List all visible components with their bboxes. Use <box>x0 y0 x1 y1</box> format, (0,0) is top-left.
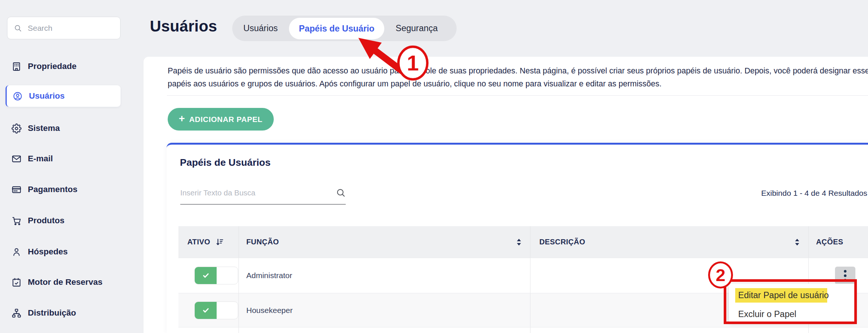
column-header-acoes: AÇÕES <box>809 226 868 258</box>
plus-icon: + <box>179 113 185 124</box>
person-icon <box>11 247 22 257</box>
sidebar-search-input[interactable] <box>28 24 114 33</box>
sidebar-item-propriedade[interactable]: Propriedade <box>6 56 121 77</box>
table-search[interactable] <box>180 182 346 205</box>
add-role-button[interactable]: + ADICIONAR PAPEL <box>168 108 274 131</box>
column-header-descricao[interactable]: DESCRIÇÃO <box>530 226 809 258</box>
description-line-2: papéis aos usuários e grupos de usuários… <box>168 78 868 90</box>
tab-group: Usuários Papéis de Usuário Segurança <box>232 16 457 41</box>
page-title: Usuários <box>150 17 217 35</box>
sidebar-item-email[interactable]: E-mail <box>6 148 121 169</box>
card-title: Papéis de Usuários <box>180 157 271 168</box>
sidebar-item-label: Pagamentos <box>28 185 78 194</box>
gear-icon <box>11 123 22 133</box>
column-header-ativo[interactable]: ATIVO <box>178 226 239 258</box>
add-role-button-label: ADICIONAR PAPEL <box>189 115 263 124</box>
building-icon <box>11 62 22 72</box>
description-line-1: Papéis de usuário são permissões que dão… <box>168 65 868 78</box>
sidebar-item-sistema[interactable]: Sistema <box>6 118 121 139</box>
menu-item-edit-role[interactable]: Editar Papel de usuário <box>735 288 827 303</box>
sidebar-item-produtos[interactable]: Produtos <box>6 210 121 231</box>
page-description: Papéis de usuário são permissões que dão… <box>168 65 868 90</box>
calendar-check-icon <box>11 277 22 287</box>
sidebar-item-pagamentos[interactable]: Pagamentos <box>6 179 121 200</box>
sidebar-item-label: Propriedade <box>28 62 76 71</box>
sidebar-item-label: Motor de Reservas <box>28 277 102 287</box>
row-actions-menu: Editar Papel de usuário Excluir o Papel <box>729 284 854 322</box>
sidebar-item-label: Sistema <box>28 123 60 133</box>
results-count: Exibindo 1 - 4 de 4 Resultados <box>761 189 867 198</box>
sidebar-item-label: Usuários <box>29 91 65 101</box>
sort-updown-icon[interactable] <box>516 238 522 246</box>
active-toggle[interactable] <box>194 301 238 319</box>
cart-icon <box>11 216 22 226</box>
sort-amount-icon[interactable] <box>216 238 224 247</box>
active-toggle[interactable] <box>194 267 238 284</box>
role-name[interactable]: Housekeeper <box>246 306 293 315</box>
envelope-icon <box>11 154 22 164</box>
table-row <box>178 327 868 333</box>
column-header-funcao[interactable]: FUNÇÃO <box>239 226 530 258</box>
sidebar-item-label: Distribuição <box>28 308 76 318</box>
role-name[interactable]: Administrator <box>246 271 292 280</box>
sidebar-search[interactable] <box>7 17 121 39</box>
check-icon <box>202 271 210 280</box>
credit-card-icon <box>11 185 22 195</box>
menu-item-delete-role[interactable]: Excluir o Papel <box>738 308 796 320</box>
sort-updown-icon[interactable] <box>794 238 800 246</box>
check-icon <box>202 306 210 314</box>
sitemap-icon <box>11 308 22 318</box>
sidebar-item-distribuicao[interactable]: Distribuição <box>6 302 121 324</box>
toggle-on-half <box>195 267 217 284</box>
search-icon[interactable] <box>336 188 346 198</box>
sidebar-item-label: Hóspedes <box>28 247 68 257</box>
sidebar-item-motor-de-reservas[interactable]: Motor de Reservas <box>6 271 121 293</box>
table-search-input[interactable] <box>180 188 336 197</box>
divider <box>167 95 868 96</box>
user-circle-icon <box>13 91 23 101</box>
tab-usuarios[interactable]: Usuários <box>243 23 279 33</box>
sidebar-item-label: Produtos <box>28 216 65 225</box>
search-icon <box>14 24 22 33</box>
tab-papeis-de-usuario[interactable]: Papéis de Usuário <box>289 18 385 39</box>
toggle-on-half <box>195 302 217 319</box>
sidebar-item-usuarios[interactable]: Usuários <box>6 85 121 107</box>
tab-seguranca[interactable]: Segurança <box>395 23 438 33</box>
sidebar-item-label: E-mail <box>28 154 53 164</box>
sidebar-item-hospedes[interactable]: Hóspedes <box>6 241 121 263</box>
row-actions-kebab-button[interactable] <box>835 267 855 284</box>
sidebar: Propriedade Usuários Sistema E-mail Paga… <box>0 0 129 333</box>
table-header-row: ATIVO FUNÇÃO DESCRIÇÃO AÇÕES <box>178 226 868 258</box>
